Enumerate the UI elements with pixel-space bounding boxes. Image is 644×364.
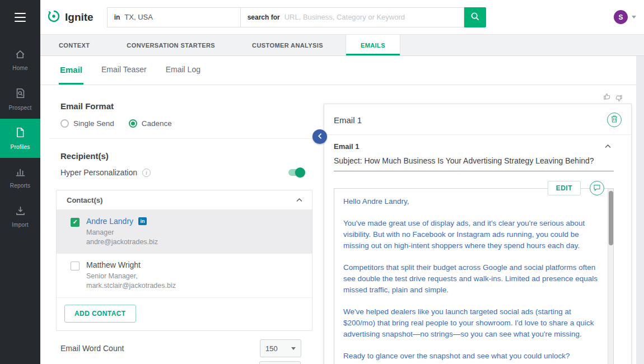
contact-row[interactable]: Andre Landry in Manager andre@jackotrade… <box>57 210 312 254</box>
email-body: Hello Andre Landry, You've made great us… <box>334 188 614 364</box>
sidebar-nav: Home Prospect Profiles Reports Import <box>0 40 40 236</box>
contacts-title: Contact(s) <box>67 196 102 204</box>
contacts-header: Contact(s) <box>57 190 312 210</box>
email-section-title: Email 1 <box>334 142 360 151</box>
single-send-label: Single Send <box>73 119 114 128</box>
reports-icon <box>15 166 26 179</box>
email-paragraph: We've helped dealers like you launch tar… <box>343 306 600 340</box>
chevron-left-icon <box>317 132 323 142</box>
single-send-radio[interactable] <box>60 119 69 128</box>
sidebar-item-label: Prospect <box>8 105 31 111</box>
keyword-segment: search for <box>240 7 464 27</box>
cadence-radio[interactable] <box>129 119 137 128</box>
sidebar-item-label: Import <box>12 222 29 228</box>
collapse-panel-button[interactable] <box>312 129 327 144</box>
chevron-down-icon <box>291 347 296 350</box>
tab-customer-analysis[interactable]: CUSTOMER ANALYSIS <box>237 35 338 55</box>
contact-email: andre@jackotrades.biz <box>86 238 158 246</box>
contacts-card: Contact(s) Andre Landry in Manager andre… <box>56 190 312 331</box>
word-count-label: Email Word Count <box>60 344 124 353</box>
toggle-knob <box>295 167 305 178</box>
subtab-email[interactable]: Email <box>59 56 83 85</box>
edit-button[interactable]: EDIT <box>548 181 581 195</box>
add-contact-button[interactable]: ADD CONTACT <box>64 305 136 323</box>
tab-conversation-starters[interactable]: CONVERSATION STARTERS <box>112 35 230 55</box>
contact-name: Matthew Wright <box>86 260 141 269</box>
word-count-value: 150 <box>265 344 278 353</box>
sidebar-item-label: Reports <box>10 183 30 189</box>
main-tabs: CONTEXT CONVERSATION STARTERS CUSTOMER A… <box>40 35 644 56</box>
chat-bubble-icon <box>594 183 600 193</box>
thumb-up-icon[interactable] <box>604 93 611 102</box>
search-bar: in search for <box>107 7 486 27</box>
feedback-buttons <box>604 93 622 102</box>
chevron-up-icon[interactable] <box>605 144 611 148</box>
compose-button[interactable] <box>590 181 604 195</box>
sidebar-item-prospect[interactable]: Prospect <box>0 80 40 119</box>
next-setting-select[interactable] <box>259 361 301 364</box>
tab-context[interactable]: CONTEXT <box>44 35 104 55</box>
location-segment: in <box>107 7 240 27</box>
contact-checkbox[interactable] <box>71 218 80 227</box>
info-icon[interactable] <box>142 169 151 177</box>
scrollbar-thumb[interactable] <box>609 191 613 245</box>
contact-checkbox[interactable] <box>71 262 80 270</box>
sidebar-item-label: Profiles <box>11 144 30 150</box>
import-icon <box>15 206 26 218</box>
add-contact-row: ADD CONTACT <box>57 297 312 330</box>
word-count-row: Email Word Count 150 <box>49 339 312 357</box>
contact-name-link[interactable]: Andre Landry <box>86 217 133 226</box>
linkedin-icon[interactable]: in <box>138 217 147 225</box>
email-settings-panel: Email Format Single Send Cadence Recipie… <box>49 85 312 357</box>
search-input[interactable] <box>284 13 464 21</box>
sidebar-item-import[interactable]: Import <box>0 197 40 236</box>
divider <box>49 138 312 139</box>
avatar[interactable]: S <box>614 10 628 24</box>
contact-email: mark.stclair@jackotrades.biz <box>86 282 176 290</box>
location-input[interactable] <box>124 13 240 21</box>
subtab-email-log[interactable]: Email Log <box>165 56 202 85</box>
sidebar: Home Prospect Profiles Reports Import <box>0 0 40 364</box>
tab-emails[interactable]: EMAILS <box>346 35 400 55</box>
menu-icon[interactable] <box>15 13 26 22</box>
contact-title: Manager <box>86 228 158 237</box>
word-count-select[interactable]: 150 <box>260 339 301 357</box>
sidebar-item-reports[interactable]: Reports <box>0 158 40 197</box>
contact-info: Andre Landry in Manager andre@jackotrade… <box>86 217 158 246</box>
recipients-title: Recipient(s) <box>49 151 312 161</box>
subject-field[interactable]: Subject: How Much Business Is Your Adver… <box>334 156 614 171</box>
hyper-personalization-row: Hyper Personalization <box>49 168 312 177</box>
email-section-header: Email 1 <box>324 135 631 151</box>
ignite-logo-icon <box>47 10 60 25</box>
prospect-icon <box>15 88 26 101</box>
topbar: Ignite in search for S <box>40 0 644 35</box>
sidebar-item-profiles[interactable]: Profiles <box>0 119 40 158</box>
sidebar-item-home[interactable]: Home <box>0 40 40 80</box>
subtab-email-teaser[interactable]: Email Teaser <box>100 56 148 85</box>
email-actions: EDIT <box>324 181 631 195</box>
email-format-title: Email Format <box>49 101 312 111</box>
hyper-personalization-toggle[interactable] <box>288 169 304 176</box>
chevron-down-icon[interactable] <box>632 16 636 18</box>
search-for-label: search for <box>248 13 280 21</box>
email-card-title: Email 1 <box>334 115 362 125</box>
trash-icon <box>611 115 618 125</box>
email-body-text: Hello Andre Landry, You've made great us… <box>334 189 608 364</box>
thumb-down-icon[interactable] <box>615 95 622 102</box>
search-button[interactable] <box>464 7 486 27</box>
contact-info: Matthew Wright Senior Manager, mark.stcl… <box>86 260 176 290</box>
contact-title: Senior Manager, <box>86 272 176 281</box>
email-card-header: Email 1 <box>324 104 631 134</box>
profiles-icon <box>15 127 25 140</box>
account-area: S <box>614 10 636 24</box>
contact-row[interactable]: Matthew Wright Senior Manager, mark.stcl… <box>57 254 312 297</box>
scrollbar-track[interactable] <box>608 189 613 364</box>
email-paragraph: Ready to glance over the snapshot and se… <box>343 351 600 362</box>
sidebar-item-label: Home <box>12 65 27 71</box>
brand-logo[interactable]: Ignite <box>47 10 94 25</box>
email-greeting: Hello Andre Landry, <box>343 196 600 207</box>
content-area: Email Email Teaser Email Log Email Forma… <box>40 56 636 364</box>
delete-email-button[interactable] <box>607 113 622 127</box>
chevron-up-icon[interactable] <box>296 198 302 202</box>
location-label: in <box>114 13 120 21</box>
